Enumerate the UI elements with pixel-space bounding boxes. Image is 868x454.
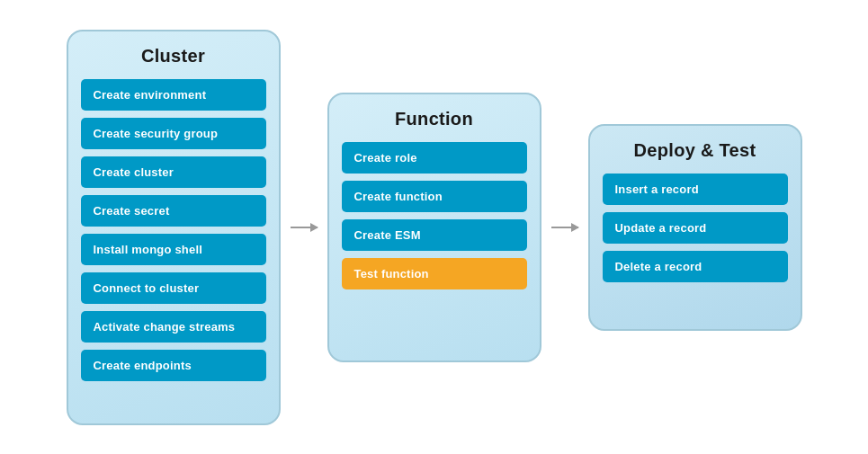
diagram-container: Cluster Create environmentCreate securit… — [0, 0, 868, 454]
deploy-item-0[interactable]: Insert a record — [603, 174, 788, 205]
function-item-3[interactable]: Test function — [342, 258, 527, 289]
deploy-panel: Deploy & Test Insert a recordUpdate a re… — [588, 124, 802, 331]
cluster-item-2[interactable]: Create cluster — [81, 156, 266, 188]
arrow-1 — [281, 227, 327, 228]
arrow-line-1 — [291, 227, 318, 228]
function-item-2[interactable]: Create ESM — [342, 219, 527, 251]
cluster-item-7[interactable]: Create endpoints — [81, 350, 266, 381]
deploy-items: Insert a recordUpdate a recordDelete a r… — [603, 174, 788, 282]
function-panel: Function Create roleCreate functionCreat… — [327, 93, 541, 362]
cluster-item-1[interactable]: Create security group — [81, 118, 266, 149]
function-items: Create roleCreate functionCreate ESMTest… — [342, 142, 527, 289]
arrow-2 — [541, 227, 588, 228]
function-item-0[interactable]: Create role — [342, 142, 527, 174]
deploy-item-1[interactable]: Update a record — [603, 212, 788, 244]
cluster-panel: Cluster Create environmentCreate securit… — [67, 30, 281, 425]
function-title: Function — [395, 109, 473, 129]
function-item-1[interactable]: Create function — [342, 181, 527, 212]
arrow-line-2 — [551, 227, 578, 228]
cluster-item-4[interactable]: Install mongo shell — [81, 234, 266, 265]
cluster-item-6[interactable]: Activate change streams — [81, 311, 266, 343]
cluster-items: Create environmentCreate security groupC… — [81, 79, 266, 381]
cluster-title: Cluster — [141, 46, 205, 67]
deploy-item-2[interactable]: Delete a record — [603, 251, 788, 282]
cluster-item-5[interactable]: Connect to cluster — [81, 272, 266, 304]
deploy-title: Deploy & Test — [634, 140, 756, 161]
cluster-item-3[interactable]: Create secret — [81, 195, 266, 227]
cluster-item-0[interactable]: Create environment — [81, 79, 266, 111]
